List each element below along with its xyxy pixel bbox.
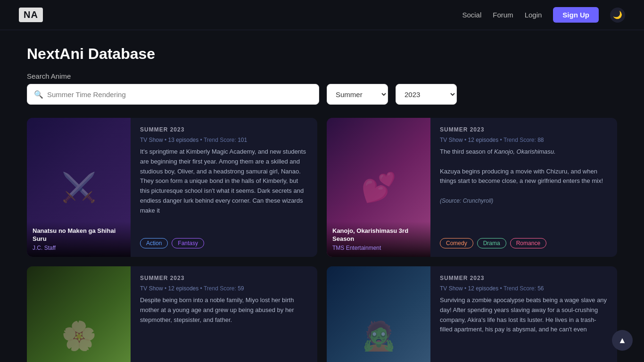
tag-drama[interactable]: Drama xyxy=(477,238,506,248)
nav-login[interactable]: Login xyxy=(525,11,542,19)
card-season: SUMMER 2023 xyxy=(440,275,608,281)
card-tags: Action Fantasy xyxy=(140,238,308,248)
anime-card[interactable]: ⚔️ Nanatsu no Maken ga Shihai Suru J.C. … xyxy=(27,118,317,257)
search-input[interactable] xyxy=(47,90,312,99)
card-tags: Comedy Drama Romance xyxy=(440,238,608,248)
navbar: NA Social Forum Login Sign Up 🌙 xyxy=(0,0,644,30)
card-thumbnail: 🌸 Mamahaha no Tsurego ga Motokano datta xyxy=(27,266,131,362)
main-content: NextAni Database Search Anime 🔍 Summer S… xyxy=(0,30,644,362)
card-content: SUMMER 2023 TV Show • 12 episodes • Tren… xyxy=(430,118,617,257)
thumb-title: Kanojo, Okarishimasu 3rd Season xyxy=(332,227,425,243)
card-thumbnail: 🧟 Zom 100: Zombie ni Naru made ni Shitai… xyxy=(327,266,430,362)
card-content: SUMMER 2023 TV Show • 12 episodes • Tren… xyxy=(131,266,317,362)
card-description: The third season of Kanojo, Okarishimasu… xyxy=(440,147,608,232)
season-select[interactable]: Summer Spring Fall Winter xyxy=(327,84,388,105)
nav-social[interactable]: Social xyxy=(462,11,481,19)
card-description: It's springtime at Kimberly Magic Academ… xyxy=(140,147,308,232)
tag-action[interactable]: Action xyxy=(140,238,168,248)
nav-forum[interactable]: Forum xyxy=(493,11,513,19)
card-thumbnail: 💕 Kanojo, Okarishimasu 3rd Season TMS En… xyxy=(327,118,430,257)
thumb-title: Nanatsu no Maken ga Shihai Suru xyxy=(33,227,125,243)
thumb-studio: TMS Entertainment xyxy=(332,245,425,251)
card-season: SUMMER 2023 xyxy=(440,126,608,133)
search-row: 🔍 Summer Spring Fall Winter 2023 2022 20… xyxy=(27,84,617,105)
site-logo[interactable]: NA xyxy=(19,8,43,22)
anime-card[interactable]: 💕 Kanojo, Okarishimasu 3rd Season TMS En… xyxy=(327,118,617,257)
tag-romance[interactable]: Romance xyxy=(510,238,546,248)
card-thumbnail: ⚔️ Nanatsu no Maken ga Shihai Suru J.C. … xyxy=(27,118,131,257)
scroll-top-button[interactable]: ▲ xyxy=(612,330,633,351)
search-label: Search Anime xyxy=(27,72,617,80)
nav-links: Social Forum Login Sign Up 🌙 xyxy=(462,7,625,23)
dark-mode-toggle[interactable]: 🌙 xyxy=(610,8,625,23)
card-content: SUMMER 2023 TV Show • 12 episodes • Tren… xyxy=(430,266,617,362)
search-icon: 🔍 xyxy=(34,90,43,99)
thumb-studio: J.C. Staff xyxy=(33,245,125,251)
anime-card[interactable]: 🌸 Mamahaha no Tsurego ga Motokano datta … xyxy=(27,266,317,362)
card-meta: TV Show • 12 episodes • Trend Score: 88 xyxy=(440,137,608,143)
signup-button[interactable]: Sign Up xyxy=(553,7,599,23)
anime-card[interactable]: 🧟 Zom 100: Zombie ni Naru made ni Shitai… xyxy=(327,266,617,362)
search-box: 🔍 xyxy=(27,84,319,105)
card-description: Surviving a zombie apocalypse beats bein… xyxy=(440,296,608,362)
page-title: NextAni Database xyxy=(27,45,617,63)
card-content: SUMMER 2023 TV Show • 13 episodes • Tren… xyxy=(131,118,317,257)
card-season: SUMMER 2023 xyxy=(140,126,308,133)
year-select[interactable]: 2023 2022 2021 2020 xyxy=(396,84,457,105)
card-meta: TV Show • 12 episodes • Trend Score: 59 xyxy=(140,285,308,292)
tag-comedy[interactable]: Comedy xyxy=(440,238,473,248)
card-meta: TV Show • 12 episodes • Trend Score: 56 xyxy=(440,285,608,292)
tag-fantasy[interactable]: Fantasy xyxy=(172,238,204,248)
card-season: SUMMER 2023 xyxy=(140,275,308,281)
anime-grid: ⚔️ Nanatsu no Maken ga Shihai Suru J.C. … xyxy=(27,118,617,362)
card-meta: TV Show • 13 episodes • Trend Score: 101 xyxy=(140,137,308,143)
card-description: Despite being born into a noble family, … xyxy=(140,296,308,362)
